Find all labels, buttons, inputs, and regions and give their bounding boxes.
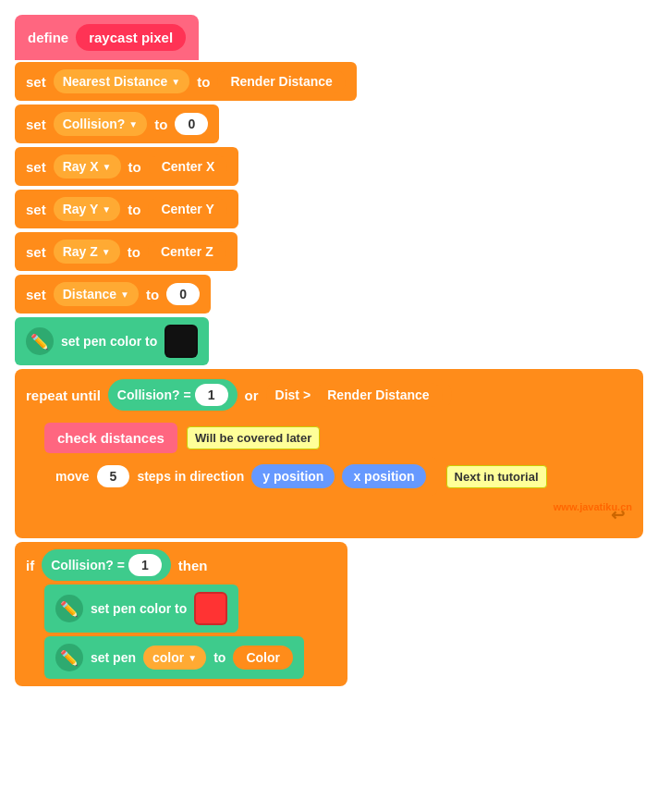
set-label-6: set	[26, 287, 46, 302]
define-block: define raycast pixel	[15, 15, 199, 60]
dropdown-arrow-2: ▼	[128, 119, 138, 129]
to-label-3: to	[128, 159, 141, 175]
pen-icon-1: ✏️	[26, 327, 54, 355]
watermark: www.javatiku.cn	[554, 501, 632, 512]
dropdown-arrow-5: ▼	[102, 247, 111, 257]
if-cond-eq: =	[117, 558, 125, 572]
or-label: or	[245, 388, 259, 403]
repeat-header: repeat until Collision? = 1 or Dist > Re…	[26, 378, 632, 412]
collision-value[interactable]: 0	[175, 113, 208, 135]
pen-icon-2: ✏️	[55, 595, 83, 622]
if-cond-var: Collision?	[51, 558, 114, 572]
pen-color-red-label: set pen color to	[91, 601, 187, 616]
to-label-7: to	[213, 650, 225, 665]
pen-color-label-1: set pen color to	[61, 334, 157, 349]
check-distances-label: check distances	[57, 430, 164, 446]
scratch-blocks: define raycast pixel set Nearest Distanc…	[15, 15, 643, 686]
nearest-distance-dropdown[interactable]: Nearest Distance ▼	[54, 69, 190, 93]
repeat-footer: ↩	[26, 501, 632, 529]
define-label: define	[28, 30, 68, 45]
to-label-4: to	[128, 202, 140, 217]
cond1-var: Collision?	[117, 388, 180, 402]
set-nearest-distance-block: set Nearest Distance ▼ to Render Distanc…	[15, 62, 357, 101]
set-distance-block: set Distance ▼ to 0	[15, 275, 211, 314]
then-label: then	[178, 558, 208, 573]
color-val[interactable]: Color	[233, 646, 293, 670]
rayx-dropdown[interactable]: Ray X ▼	[54, 154, 121, 178]
if-cond-val[interactable]: 1	[128, 554, 162, 576]
if-block: if Collision? = 1 then ✏️ set pen color …	[15, 542, 347, 686]
set-label-1: set	[26, 74, 46, 90]
centery-value[interactable]: Center Y	[148, 197, 226, 221]
dropdown-arrow-6: ▼	[120, 289, 129, 300]
dropdown-arrow-3: ▼	[103, 162, 112, 172]
steps-label: steps in direction	[137, 469, 244, 484]
set-rayy-block: set Ray Y ▼ to Center Y	[15, 190, 238, 228]
set-pen-color-red-block: ✏️ set pen color to	[44, 584, 238, 633]
color-swatch-black[interactable]	[164, 325, 198, 358]
y-position-pill[interactable]: y position	[251, 464, 335, 488]
to-label-2: to	[154, 117, 167, 132]
set-label-5: set	[26, 244, 46, 260]
x-position-pill[interactable]: x position	[342, 464, 425, 488]
condition1-bool[interactable]: Collision? = 1	[108, 379, 238, 411]
centerx-value[interactable]: Center X	[149, 154, 228, 178]
move-label: move	[55, 469, 90, 484]
render-distance-value[interactable]: Render Distance	[217, 69, 345, 93]
define-name-badge[interactable]: raycast pixel	[76, 24, 186, 51]
repeat-until-block: repeat until Collision? = 1 or Dist > Re…	[15, 369, 643, 538]
cond1-eq: =	[184, 388, 191, 402]
if-label: if	[26, 558, 34, 573]
will-cover-note: Will be covered later	[187, 426, 320, 449]
to-label-5: to	[128, 244, 140, 260]
set-pen-color-var-block: ✏️ set pen color ▼ to Color	[44, 636, 304, 679]
to-label-6: to	[146, 287, 159, 302]
if-condition[interactable]: Collision? = 1	[42, 549, 171, 581]
distance-value[interactable]: 0	[166, 283, 200, 305]
set-pen-label: set pen	[91, 650, 136, 665]
repeat-label: repeat until	[26, 388, 101, 403]
distance-dropdown[interactable]: Distance ▼	[54, 282, 139, 306]
color-swatch-red[interactable]	[194, 592, 227, 625]
condition2-bool[interactable]: Dist > Render Distance	[266, 378, 452, 412]
cond1-val[interactable]: 1	[195, 384, 228, 406]
next-in-tutorial-note: Next in tutorial	[446, 465, 547, 488]
move-row: move 5 steps in direction y position x p…	[44, 457, 632, 496]
pen-icon-3: ✏️	[55, 644, 83, 671]
to-label-1: to	[197, 74, 210, 90]
rayy-dropdown[interactable]: Ray Y ▼	[54, 197, 121, 221]
check-distances-row: check distances Will be covered later	[44, 423, 632, 453]
set-collision-block: set Collision? ▼ to 0	[15, 105, 219, 143]
set-pen-color-black-block: ✏️ set pen color to	[15, 317, 209, 365]
cond2-val[interactable]: Render Distance	[314, 383, 442, 407]
set-label-3: set	[26, 159, 46, 175]
centerz-value[interactable]: Center Z	[148, 240, 226, 264]
dropdown-arrow: ▼	[171, 77, 180, 87]
set-rayx-block: set Ray X ▼ to Center X	[15, 147, 238, 186]
collision-dropdown[interactable]: Collision? ▼	[54, 112, 148, 136]
dropdown-arrow-4: ▼	[102, 204, 111, 215]
set-rayz-block: set Ray Z ▼ to Center Z	[15, 232, 238, 271]
check-distances-block: check distances	[44, 423, 177, 453]
set-label-2: set	[26, 117, 46, 132]
steps-val[interactable]: 5	[97, 465, 130, 487]
set-label-4: set	[26, 202, 46, 217]
if-body: ✏️ set pen color to ✏️ set pen color ▼ t…	[44, 584, 336, 679]
dist-label: Dist	[275, 388, 299, 402]
gt-label: >	[303, 388, 311, 402]
rayz-dropdown[interactable]: Ray Z ▼	[54, 240, 120, 264]
move-block: move 5 steps in direction y position x p…	[44, 457, 437, 496]
color-var-dropdown[interactable]: color ▼	[143, 646, 206, 670]
if-header: if Collision? = 1 then	[26, 549, 336, 581]
repeat-body: check distances Will be covered later mo…	[44, 417, 632, 501]
color-dropdown-arrow: ▼	[188, 653, 197, 663]
